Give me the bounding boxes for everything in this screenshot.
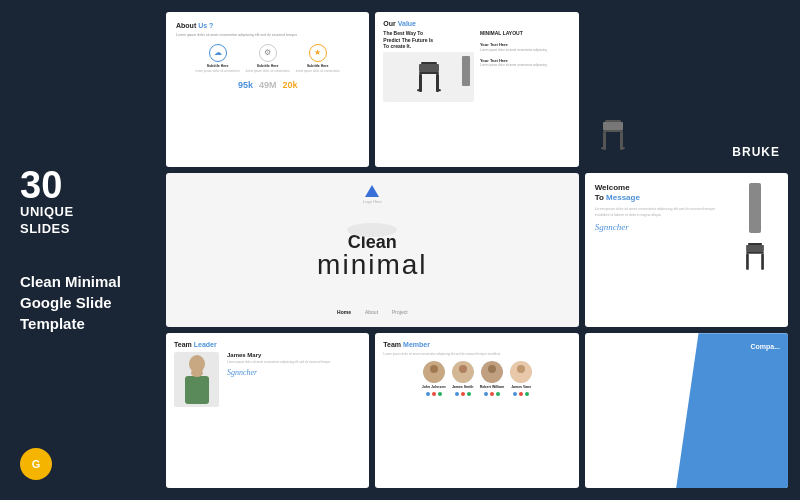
template-title-block: Clean MinimalGoogle SlideTemplate [20,271,145,334]
welcome-text-section: WelcomeTo Message Lorem ipsum dolor sit … [595,183,727,276]
svg-point-25 [430,365,438,373]
member4-svg [510,361,532,383]
value-title-highlight: Value [398,20,416,27]
svg-rect-19 [762,253,765,269]
leader-photo [174,352,219,407]
slide-team-member[interactable]: Team Member Lorem ipsum dolor sit amet c… [375,333,578,488]
icon-cloud: ☁ [209,44,227,62]
svg-point-26 [428,373,440,383]
member-social-3 [484,392,500,396]
svg-rect-17 [747,252,765,254]
slide-team-leader[interactable]: Team Leader James Mary Lorem ipsum dolor… [166,333,369,488]
value-tagline: The Best Way ToPredict The Future IsTo c… [383,30,474,50]
nav-home[interactable]: Home [337,309,351,315]
icon-desc-2: lorem ipsum dolor sit consectetur [246,70,290,74]
about-stats-row: 95k 49M 20k [176,80,359,90]
leader-person-svg [177,354,217,406]
logo-triangle-icon [365,185,379,197]
icon-label-2: Subtitle Here [257,64,279,68]
leader-desc: Lorem ipsum dolor sit amet consectetur a… [227,360,361,365]
slide-about[interactable]: About Us ? Lorem ipsum dolor sit amet co… [166,12,369,167]
slide-number: 30 [20,166,145,204]
member-name-4: James Vane [511,385,531,389]
icon-desc-1: lorem ipsum dolor sit consectetur [196,70,240,74]
welcome-vase [749,183,761,233]
member-social-4 [513,392,529,396]
slide-company[interactable]: Compa... [585,333,788,488]
social-icon-fb [426,392,430,396]
slide-bruke[interactable]: BRUKE [585,12,788,167]
minimal-label: MINIMAL LAYOUT [480,30,571,36]
value-bold-1: Your Text Here [480,42,508,47]
svg-rect-20 [747,245,765,252]
slide-our-value[interactable]: Our Value The Best Way ToPredict The Fut… [375,12,578,167]
bruke-chair-svg [593,112,633,157]
value-right-section: MINIMAL LAYOUT Your Text Here Lorem ipsu… [480,30,571,102]
bruke-brand-name: BRUKE [732,145,780,159]
about-icon-3: ★ Subtitle Here lorem ipsum dolor sit co… [296,44,340,74]
slide-label-line1: UNIQUE [20,204,145,221]
social-icon-fb3 [484,392,488,396]
clean-navigation: Home About Project [337,309,408,315]
member-item-2: James Smith [452,361,474,396]
leader-signature: Sgnncher [227,368,361,377]
social-icon-wa2 [467,392,471,396]
member-social-1 [426,392,442,396]
icon-gear: ⚙ [259,44,277,62]
member-avatar-2 [452,361,474,383]
svg-rect-10 [603,130,623,132]
nav-project[interactable]: Project [392,309,408,315]
value-text-1: Your Text Here Lorem ipsum dolor sit ame… [480,42,571,52]
google-g-logo: G [27,455,45,473]
left-panel: 30 UNIQUE SLIDES Clean MinimalGoogle Sli… [0,0,160,500]
logo-here-text: Logo Here [363,199,382,204]
svg-point-28 [459,365,467,373]
social-icon-wa3 [496,392,500,396]
social-icon-yt2 [461,392,465,396]
slide-label-line2: SLIDES [20,221,145,238]
team-member-desc: Lorem ipsum dolor sit amet consectetur a… [383,352,570,356]
slide-clean-minimal[interactable]: Logo Here Clean minimal Home About Proje… [166,173,579,328]
social-icon-fb4 [513,392,517,396]
value-bold-2: Your Text Here [480,58,508,63]
slides-grid: About Us ? Lorem ipsum dolor sit amet co… [160,0,800,500]
nav-about[interactable]: About [365,309,378,315]
about-icon-1: ☁ Subtitle Here lorem ipsum dolor sit co… [196,44,240,74]
about-title-highlight: Us ? [198,22,213,29]
stat-2: 49M [259,80,277,90]
social-icon-wa4 [525,392,529,396]
company-blue-strip [676,333,788,488]
social-icon-yt4 [519,392,523,396]
members-row: John Johnson James [383,361,570,396]
social-icon-yt3 [490,392,494,396]
member1-svg [423,361,445,383]
svg-rect-16 [748,243,762,245]
member-social-2 [455,392,471,396]
welcome-title: WelcomeTo Message [595,183,727,204]
svg-rect-9 [605,120,621,122]
member-avatar-4 [510,361,532,383]
value-vase [462,56,470,86]
stat-1: 95k [238,80,253,90]
chair-image [383,52,474,102]
icon-label-1: Subtitle Here [207,64,229,68]
social-icon-fb2 [455,392,459,396]
slide-welcome[interactable]: WelcomeTo Message Lorem ipsum dolor sit … [585,173,788,328]
value-image-section: The Best Way ToPredict The Future IsTo c… [383,30,474,102]
google-slides-icon[interactable]: G [20,448,52,480]
stat-3: 20k [282,80,297,90]
icon-label-3: Subtitle Here [307,64,329,68]
svg-rect-15 [603,122,623,130]
leader-info: James Mary Lorem ipsum dolor sit amet co… [227,352,361,377]
chair-svg [409,54,449,99]
welcome-chair-svg [736,236,774,276]
svg-point-32 [486,373,498,383]
template-title-text: Clean MinimalGoogle SlideTemplate [20,271,145,334]
member-name-1: John Johnson [422,385,446,389]
svg-point-23 [191,369,203,377]
clean-logo-area: Logo Here [363,185,382,204]
slide-count-block: 30 UNIQUE SLIDES [20,166,145,238]
minimal-word: minimal [317,251,427,279]
welcome-desc: Lorem ipsum dolor sit amet consectetur a… [595,207,727,218]
oval-decoration [347,223,397,237]
